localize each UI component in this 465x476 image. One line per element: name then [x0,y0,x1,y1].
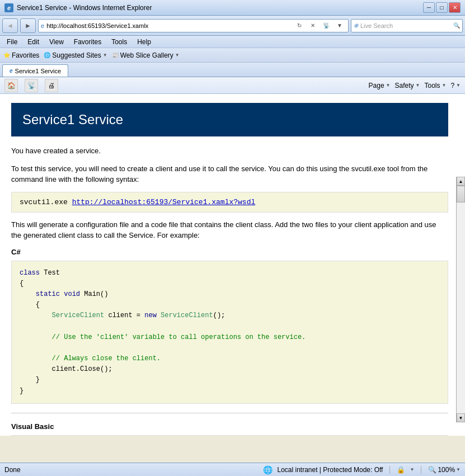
vb-code-block: Class Test Shared Sub Main() Dim client … [11,435,448,436]
window-controls: ─ □ ✕ [423,2,461,13]
menu-favorites[interactable]: Favorites [69,37,106,47]
scrollbar-down-button[interactable]: ▼ [457,413,465,422]
navigation-bar: ◄ ► e http://localhost:65193/Service1.xa… [0,16,465,36]
web-slice-arrow: ▼ [175,53,180,58]
status-bar: Done 🌐 Local intranet | Protected Mode: … [0,463,465,476]
refresh-button[interactable]: ↻ [293,20,306,31]
zoom-icon: 🔍 [428,466,436,474]
intro-text-2: To test this service, you will need to c… [11,163,448,185]
tab-ie-icon: e [10,68,13,74]
suggested-sites-button[interactable]: 🌐 Suggested Sites ▼ [44,51,107,59]
csharp-comment-1: // Use the 'client' variable to call ope… [52,333,306,341]
tools-menu[interactable]: Tools ▼ [424,82,446,89]
scrollbar-thumb[interactable] [457,186,465,202]
help-button[interactable]: ? ▼ [450,82,461,89]
page-title: Service1 Service [22,112,437,128]
safety-menu[interactable]: Safety ▼ [395,82,420,89]
svcutil-url-link[interactable]: http://localhost:65193/Service1.xamlx?ws… [72,198,256,206]
menu-help[interactable]: Help [133,37,156,47]
zoom-control[interactable]: 🔍 100% ▼ [428,466,461,474]
favorites-button[interactable]: ⭐ Favorites [3,51,39,59]
address-bar[interactable]: e http://localhost:65193/Service1.xamlx … [38,19,349,32]
rss-button[interactable]: 📡 [320,20,332,31]
security-icon: 🔒 [397,466,405,474]
suggested-sites-arrow: ▼ [103,53,107,58]
star-icon: ⭐ [3,52,10,58]
safety-label: Safety [395,82,414,89]
favorites-label: Favorites [12,51,39,59]
tools-arrow: ▼ [441,83,446,88]
svcutil-cmd-text: svcutil.exe [20,198,72,206]
zoom-arrow: ▼ [456,467,461,472]
page-arrow: ▼ [386,83,391,88]
status-separator-2 [421,466,421,474]
zone-icon: 🌐 [263,465,273,474]
web-slice-icon: 📰 [112,52,119,58]
page-header: Service1 Service [11,103,448,136]
search-button[interactable]: 🔍 [453,22,460,29]
csharp-code-block: class Test { static void Main() { Servic… [11,261,448,404]
cmd-left: 🏠 📡 🖨 [4,79,58,92]
address-actions: ↻ ✕ 📡 ▼ [293,20,346,31]
title-bar: Service1 Service - Windows Internet Expl… [0,0,465,16]
tools-label: Tools [424,82,440,89]
menu-bar: File Edit View Favorites Tools Help [0,36,465,48]
status-text: Done [4,466,263,474]
csharp-heading: C# [11,248,448,256]
zoom-text: 100% [438,466,455,474]
rss-feed-button[interactable]: 📡 [25,79,38,92]
web-slice-label: Web Slice Gallery [120,51,173,59]
forward-button[interactable]: ► [20,18,36,33]
csharp-kw-class: class [20,269,40,277]
status-separator [389,466,390,474]
description-text: This will generate a configuration file … [11,219,448,241]
suggested-sites-label: Suggested Sites [52,51,101,59]
page-menu[interactable]: Page ▼ [369,82,391,89]
vb-heading: Visual Basic [11,422,448,431]
live-search-icon: ⊕ [354,22,358,29]
csharp-comment-2: // Always close the client. [52,355,161,362]
dropdown-button[interactable]: ▼ [334,20,346,31]
cmd-right: Page ▼ Safety ▼ Tools ▼ ? ▼ [369,82,461,89]
menu-file[interactable]: File [2,37,22,47]
content-scroll: Service1 Service You have created a serv… [0,94,465,436]
minimize-button[interactable]: ─ [423,2,435,13]
ie-logo-icon [4,3,13,12]
maximize-button[interactable]: □ [436,2,448,13]
menu-view[interactable]: View [45,37,68,47]
svcutil-command-box: svcutil.exe http://localhost:65193/Servi… [11,192,448,213]
stop-button[interactable]: ✕ [307,20,319,31]
web-slice-button[interactable]: 📰 Web Slice Gallery ▼ [112,51,180,59]
close-button[interactable]: ✕ [449,2,461,13]
tab-label: Service1 Service [15,68,62,74]
window-title: Service1 Service - Windows Internet Expl… [17,4,152,12]
favorites-bar: ⭐ Favorites 🌐 Suggested Sites ▼ 📰 Web Sl… [0,48,465,63]
print-button[interactable]: 🖨 [45,79,58,92]
csharp-type-serviceclient: ServiceClient [52,312,105,319]
address-text: http://localhost:65193/Service1.xamlx [46,22,291,29]
page-icon: e [41,22,44,29]
ie-small-icon: 🌐 [44,52,50,58]
scrollbar-up-button[interactable]: ▲ [457,177,465,186]
section-divider [11,413,448,413]
scrollbar[interactable]: ▲ ▼ [456,177,465,422]
security-arrow: ▼ [410,467,414,472]
search-bar[interactable]: ⊕ Live Search 🔍 [351,19,463,32]
search-placeholder: Live Search [360,22,451,29]
safety-arrow: ▼ [416,83,420,88]
tab-bar: e Service1 Service [0,63,465,77]
title-bar-left: Service1 Service - Windows Internet Expl… [4,3,152,12]
help-arrow: ▼ [456,83,461,88]
help-label: ? [450,82,454,89]
content-area: ▲ ▼ Service1 Service You have created a … [0,94,465,436]
csharp-class-name: Test [44,269,60,277]
intro-text-1: You have created a service. [11,145,448,157]
home-button[interactable]: 🏠 [4,79,18,92]
back-button[interactable]: ◄ [2,18,18,33]
zone-text: Local intranet | Protected Mode: Off [277,466,383,474]
page-label: Page [369,82,384,89]
menu-tools[interactable]: Tools [107,37,131,47]
status-right: 🌐 Local intranet | Protected Mode: Off 🔒… [263,465,461,474]
active-tab[interactable]: e Service1 Service [2,64,68,77]
menu-edit[interactable]: Edit [23,37,44,47]
